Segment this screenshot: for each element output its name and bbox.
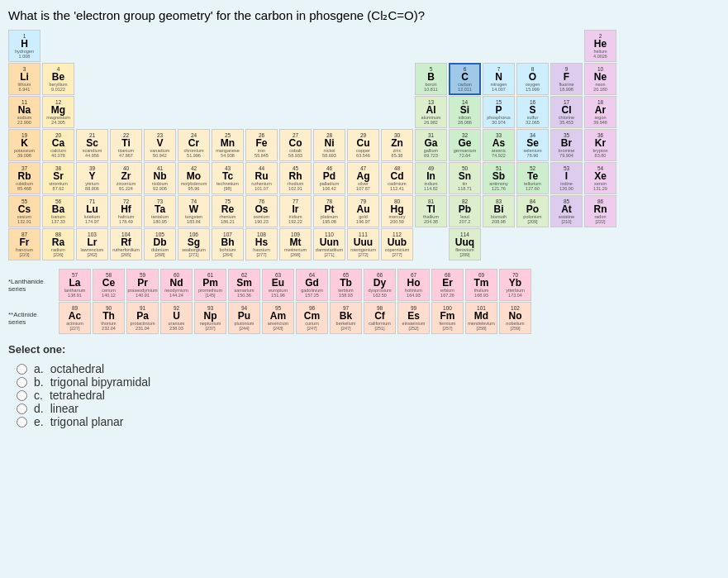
element-nb: 41 Nb niobium 92.906 <box>144 162 176 194</box>
element-po: 84 Po polonium [209] <box>516 195 549 227</box>
element-md: 101 Md mendelevium [258] <box>465 302 497 334</box>
option-a[interactable]: a. octahedral <box>17 362 720 375</box>
element-rh: 45 Rh rhodium 102.91 <box>279 162 312 194</box>
element-mo: 42 Mo molybdenum 95.96 <box>178 162 210 194</box>
element-al: 13 Al aluminum 26.982 <box>415 96 447 128</box>
element-ba: 56 Ba barium 137.33 <box>42 195 74 227</box>
element-ag: 47 Ag silver 107.87 <box>347 162 379 194</box>
element-hf: 72 Hf hafnium 178.49 <box>110 195 142 227</box>
element-ce: 58 Ce cerium 140.12 <box>93 269 125 301</box>
element-bi: 83 Bi bismuth 208.98 <box>483 195 515 227</box>
empty-cell <box>381 63 413 95</box>
element-be: 4 Be beryllium 9.0122 <box>42 63 74 95</box>
empty-cell <box>212 96 244 128</box>
option-letter-e: e. <box>34 415 44 428</box>
element-no: 102 No nobelium [259] <box>499 302 531 334</box>
element-fm: 100 Fm fermium [257] <box>431 302 464 334</box>
question-text: What is the 'electron group geometry' fo… <box>8 8 720 23</box>
element-te: 52 Te tellurium 127.60 <box>516 162 549 194</box>
option-e[interactable]: e. trigonal planar <box>17 415 720 428</box>
empty-cell <box>110 30 142 62</box>
element-n: 7 N nitrogen 14.007 <box>483 63 515 95</box>
element-sr: 38 Sr strontium 87.62 <box>42 162 74 194</box>
element-w: 74 W tungsten 183.84 <box>178 195 210 227</box>
element-eu: 63 Eu europium 151.96 <box>262 269 294 301</box>
element-pu: 94 Pu plutonium [244] <box>228 302 260 334</box>
empty-cell <box>347 30 379 62</box>
element-pm: 61 Pm promethium [145] <box>194 269 226 301</box>
empty-cell <box>178 30 210 62</box>
element-ac: 89 Ac actinium [227] <box>59 302 91 334</box>
empty-cell <box>144 96 176 128</box>
periodic-table: 1 H hydrogen 1.008 2 He helium 4.0026 3 … <box>8 30 720 335</box>
element-h: 1 H hydrogen 1.008 <box>8 30 40 62</box>
select-one-label: Select one: <box>8 343 720 356</box>
radio-b[interactable] <box>17 377 27 388</box>
element-s: 16 S sulfur 32.065 <box>516 96 549 128</box>
element-gd: 64 Gd gadolinium 157.25 <box>296 269 328 301</box>
element-cl: 17 Cl chlorine 35.453 <box>550 96 583 128</box>
element-ir: 77 Ir iridium 192.22 <box>279 195 312 227</box>
empty-cell <box>516 228 549 260</box>
element-kr: 36 Kr krypton 83.80 <box>584 129 616 161</box>
empty-cell <box>178 96 210 128</box>
radio-e[interactable] <box>17 417 27 428</box>
element-hg: 80 Hg mercury 200.59 <box>381 195 413 227</box>
element-mt: 109 Mt meitnerium [268] <box>279 228 312 260</box>
empty-cell <box>178 63 210 95</box>
option-c[interactable]: c. tetrahedral <box>17 389 720 402</box>
element-pb: 82 Pb lead 207.2 <box>449 195 481 227</box>
element-cd: 48 Cd cadmium 112.41 <box>381 162 413 194</box>
radio-c[interactable] <box>17 390 27 401</box>
empty-cell <box>279 96 312 128</box>
element-er: 68 Er erbium 167.26 <box>431 269 464 301</box>
element-o: 8 O oxygen 15.999 <box>516 63 549 95</box>
empty-cell <box>415 228 447 260</box>
element-cr: 24 Cr chromium 51.996 <box>178 129 210 161</box>
element-th: 90 Th thorium 232.04 <box>93 302 125 334</box>
element-db: 105 Db dubnium [268] <box>144 228 176 260</box>
element-i: 53 I iodine 126.90 <box>550 162 583 194</box>
element-cm: 96 Cm curium [247] <box>296 302 328 334</box>
empty-cell <box>550 228 583 260</box>
element-mg: 12 Mg magnesium 24.305 <box>42 96 74 128</box>
empty-cell <box>110 96 142 128</box>
empty-cell <box>415 30 447 62</box>
element-rb: 37 Rb rubidium 85.468 <box>8 162 40 194</box>
empty-cell <box>483 228 515 260</box>
element-ni: 28 Ni nickel 58.693 <box>313 129 345 161</box>
element-as: 33 As arsenic 74.922 <box>483 129 515 161</box>
element-tb: 65 Tb terbium 158.93 <box>330 269 362 301</box>
empty-cell <box>584 228 616 260</box>
element-ca: 20 Ca calcium 40.078 <box>42 129 74 161</box>
option-b[interactable]: b. trigonal bipyramidal <box>17 375 720 389</box>
empty-cell <box>381 30 413 62</box>
empty-cell <box>313 96 345 128</box>
radio-d[interactable] <box>17 404 27 414</box>
element-ne: 10 Ne neon 20.180 <box>584 63 616 95</box>
option-letter-b: b. <box>34 375 44 389</box>
element-sb: 51 Sb antimony 121.76 <box>483 162 515 194</box>
element-la: 57 La lanthanum 138.91 <box>59 269 91 301</box>
element-uuq: 114 Uuq flerovium [289] <box>449 228 481 260</box>
element-y: 39 Y yttrium 88.906 <box>76 162 108 194</box>
element-tl: 81 Tl thallium 204.38 <box>415 195 447 227</box>
radio-a[interactable] <box>17 364 27 375</box>
option-d[interactable]: d. linear <box>17 402 720 415</box>
options-container: a. octahedral b. trigonal bipyramidal c.… <box>8 362 720 428</box>
element-cu: 29 Cu copper 63.546 <box>347 129 379 161</box>
element-se: 34 Se selenium 78.96 <box>516 129 549 161</box>
element-ta: 73 Ta tantalum 180.95 <box>144 195 176 227</box>
element-lr: 103 Lr lawrencium [262] <box>76 228 108 260</box>
element-mn: 25 Mn manganese 54.938 <box>212 129 244 161</box>
option-label-a: octahedral <box>50 362 104 375</box>
empty-cell <box>76 96 108 128</box>
empty-cell <box>313 30 345 62</box>
element-nd: 60 Nd neodymium 144.24 <box>160 269 193 301</box>
element-sm: 62 Sm samarium 150.36 <box>228 269 260 301</box>
empty-cell <box>212 30 244 62</box>
empty-cell <box>449 30 481 62</box>
element-sn: 50 Sn tin 118.71 <box>449 162 481 194</box>
element-ar: 18 Ar argon 39.948 <box>584 96 616 128</box>
element-br: 35 Br bromine 79.904 <box>550 129 583 161</box>
